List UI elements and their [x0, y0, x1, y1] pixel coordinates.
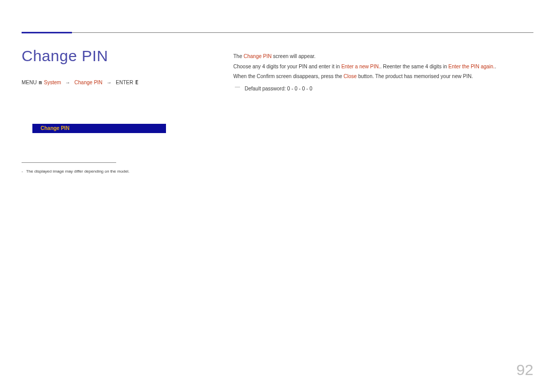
paragraph-2: Choose any 4 digits for your PIN and ent…: [233, 62, 516, 72]
breadcrumb-menu: MENU: [22, 80, 36, 85]
document-page: Change PIN MENU m System → Change PIN → …: [0, 0, 555, 392]
text: - 0: [298, 86, 305, 91]
text: screen will appear.: [272, 53, 316, 59]
text: Default password: 0: [245, 86, 290, 91]
arrow-right-icon: →: [104, 80, 114, 85]
footnote-rule: [22, 162, 116, 163]
text: - 0: [290, 86, 297, 91]
note-row: ― Default password: 0 - 0 - 0 - 0: [233, 84, 516, 94]
text-highlight: Enter a new PIN.: [341, 64, 380, 69]
top-accent-bar: [22, 32, 72, 33]
footnote-dash: -: [22, 169, 26, 174]
text: Choose any 4 digits for your PIN and ent…: [233, 64, 341, 69]
note-text: Default password: 0 - 0 - 0 - 0: [245, 84, 312, 94]
breadcrumb-system: System: [44, 80, 61, 85]
breadcrumb: MENU m System → Change PIN → ENTER E: [22, 80, 138, 85]
body-text: The Change PIN screen will appear. Choos…: [233, 51, 516, 94]
text-highlight: Change PIN: [244, 53, 271, 59]
breadcrumb-enter: ENTER: [116, 80, 133, 85]
text: - 0: [305, 86, 312, 91]
top-rule: [22, 32, 533, 33]
text-highlight: Close: [344, 73, 357, 79]
breadcrumb-change-pin: Change PIN: [75, 80, 102, 85]
arrow-right-icon: →: [63, 80, 72, 85]
text: .: [495, 64, 496, 69]
menu-glyph-icon: m: [39, 80, 42, 85]
page-title: Change PIN: [22, 47, 108, 65]
paragraph-3: When the Confirm screen disappears, pres…: [233, 71, 516, 82]
footnote-text: The displayed image may differ depending…: [26, 169, 130, 174]
note-dash-icon: ―: [233, 84, 242, 89]
text: When the Confirm screen disappears, pres…: [233, 73, 344, 79]
menu-item-change-pin[interactable]: Change PIN: [32, 124, 166, 133]
text: . Reenter the same 4 digits in: [380, 64, 449, 69]
paragraph-1: The Change PIN screen will appear.: [233, 51, 516, 62]
text: The: [233, 53, 244, 59]
text: button. The product has memorised your n…: [357, 73, 473, 79]
enter-glyph-icon: E: [135, 80, 138, 85]
text-highlight: Enter the PIN again.: [449, 64, 495, 69]
page-number: 92: [516, 361, 533, 379]
menu-item-label: Change PIN: [41, 125, 69, 131]
footnote: -The displayed image may differ dependin…: [22, 169, 176, 174]
